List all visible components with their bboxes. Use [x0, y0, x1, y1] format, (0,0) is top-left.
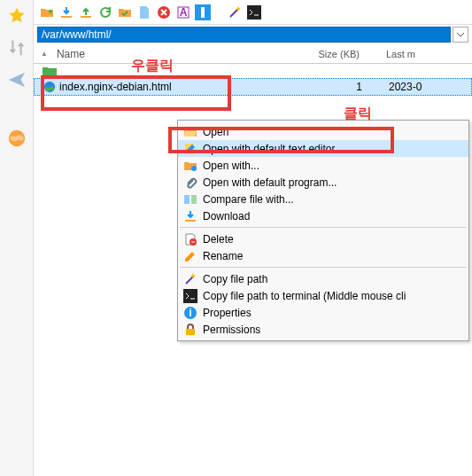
column-name[interactable]: ▲Name: [41, 48, 306, 60]
path-bar: /var/www/html/: [34, 25, 472, 44]
sidebar: [0, 0, 34, 476]
path-dropdown-icon[interactable]: [453, 27, 468, 43]
ctx-delete[interactable]: Delete: [178, 230, 468, 247]
ctx-permissions[interactable]: Permissions: [178, 321, 468, 338]
font-icon[interactable]: A: [175, 4, 191, 20]
column-headers: ▲Name Size (KB) Last m: [34, 44, 472, 64]
send-icon[interactable]: [5, 68, 28, 91]
attach-icon: [183, 176, 197, 190]
arrows-icon[interactable]: [5, 36, 28, 59]
download-icon: [183, 209, 197, 223]
ctx-rename[interactable]: Rename: [178, 247, 468, 264]
rename-icon: [183, 249, 197, 263]
lock-icon: [183, 323, 197, 337]
edit-icon: [183, 142, 197, 156]
new-folder-icon[interactable]: [39, 4, 55, 20]
annotation-right-click: 우클릭: [131, 57, 174, 75]
delete-icon: [183, 232, 197, 246]
star-icon[interactable]: [5, 4, 28, 27]
separator: [180, 227, 467, 228]
highlight-icon[interactable]: [195, 4, 211, 20]
svg-text:i: i: [189, 307, 191, 319]
parent-dir-row[interactable]: [34, 64, 472, 78]
svg-rect-9: [191, 195, 197, 204]
cancel-icon[interactable]: [156, 4, 172, 20]
svg-rect-5: [247, 5, 261, 20]
svg-rect-8: [184, 195, 190, 204]
terminal-icon[interactable]: [246, 4, 262, 20]
ctx-open-with[interactable]: Open with...: [178, 157, 468, 174]
column-last[interactable]: Last m: [386, 49, 472, 59]
file-last: 2023-0: [389, 81, 462, 93]
toolbar: A: [34, 0, 472, 25]
folder-open-icon: [183, 125, 197, 139]
file-size: 1: [309, 81, 389, 93]
wand-icon[interactable]: [227, 4, 243, 20]
folder-check-icon[interactable]: [117, 4, 133, 20]
annotation-click: 클릭: [344, 105, 372, 123]
terminal-icon: [183, 289, 197, 303]
upload-icon[interactable]: [78, 4, 94, 20]
svg-rect-4: [201, 7, 205, 18]
file-list: index.nginx-debian.html 1 2023-0: [34, 64, 472, 96]
ctx-open[interactable]: Open: [178, 123, 468, 140]
svg-text:A: A: [180, 6, 188, 19]
ctx-properties[interactable]: i Properties: [178, 304, 468, 321]
file-row[interactable]: index.nginx-debian.html 1 2023-0: [34, 78, 472, 96]
file-icon[interactable]: [136, 4, 152, 20]
folder-blue-icon: [183, 159, 197, 173]
ctx-open-default-program[interactable]: Open with default program...: [178, 174, 468, 191]
globe-icon[interactable]: [5, 127, 28, 150]
refresh-icon[interactable]: [97, 4, 113, 20]
wand-icon: [183, 272, 197, 286]
svg-point-7: [191, 166, 197, 171]
html-file-icon: [43, 81, 56, 93]
context-menu: Open Open with default text editor Open …: [177, 120, 469, 341]
svg-rect-14: [186, 329, 195, 335]
svg-rect-11: [183, 289, 197, 303]
info-icon: i: [183, 306, 197, 320]
ctx-download[interactable]: Download: [178, 207, 468, 224]
separator: [180, 267, 467, 268]
file-name: index.nginx-debian.html: [59, 81, 172, 93]
ctx-open-text-editor[interactable]: Open with default text editor: [178, 140, 468, 157]
ctx-copy-path[interactable]: Copy file path: [178, 270, 468, 287]
ctx-compare[interactable]: Compare file with...: [178, 191, 468, 207]
path-input[interactable]: /var/www/html/: [37, 27, 451, 43]
compare-icon: [183, 192, 197, 207]
ctx-copy-path-terminal[interactable]: Copy file path to terminal (Middle mouse…: [178, 287, 468, 304]
download-icon[interactable]: [58, 4, 74, 20]
column-size[interactable]: Size (KB): [306, 49, 386, 59]
folder-up-icon: [43, 66, 57, 76]
